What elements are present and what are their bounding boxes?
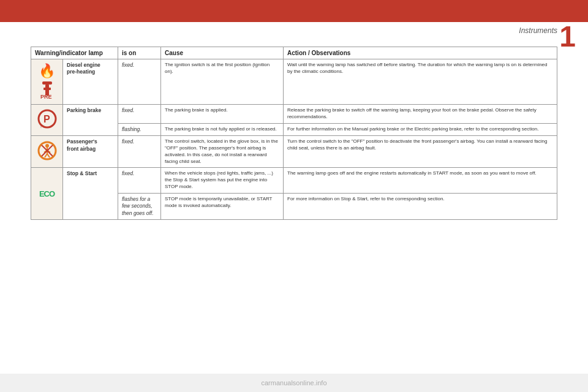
main-content: Warning/indicator lamp is on Cause Actio… xyxy=(0,42,588,225)
eco-c: C xyxy=(44,189,49,200)
lamp-icon-parking: P ! xyxy=(31,105,63,136)
cause-eco-1: When the vehicle stops (red lights, traf… xyxy=(161,168,284,193)
ison-parking-2: flashing. xyxy=(118,123,161,135)
footer: carmanualsonline.info xyxy=(0,374,588,392)
diesel-svg-icon: PRE xyxy=(37,80,57,100)
action-eco-1: The warning lamp goes off and the engine… xyxy=(284,168,557,193)
eco-icon: ECO xyxy=(39,189,55,200)
table-row: 🔥 PRE Diesel enginepre-heating fixed. Th… xyxy=(31,59,557,105)
lamp-name-parking: Parking brake xyxy=(63,105,118,124)
svg-text:!: ! xyxy=(40,124,42,129)
parking-brake-svg-icon: P ! xyxy=(37,108,58,129)
lamp-name-eco-2 xyxy=(63,193,118,219)
svg-text:PRE: PRE xyxy=(40,94,52,100)
ison-diesel-1: fixed. xyxy=(118,59,161,105)
table-row: ECO Stop & Start fixed. When the vehicle… xyxy=(31,168,557,193)
ison-airbag-1: fixed. xyxy=(118,136,161,168)
svg-rect-0 xyxy=(42,81,52,85)
lamp-name-airbag: Passenger'sfront airbag xyxy=(63,136,118,168)
cause-parking-1: The parking brake is applied. xyxy=(161,105,284,124)
action-parking-2: For further information on the Manual pa… xyxy=(284,123,557,135)
action-airbag-1: Turn the control switch to the "OFF" pos… xyxy=(284,136,557,168)
col-warning-lamp: Warning/indicator lamp xyxy=(31,47,118,59)
table-row: flashing. The parking brake is not fully… xyxy=(31,123,557,135)
ison-eco-1: fixed. xyxy=(118,168,161,193)
col-action: Action / Observations xyxy=(284,47,557,59)
svg-text:P: P xyxy=(43,114,50,124)
top-bar xyxy=(0,0,588,22)
svg-rect-2 xyxy=(43,88,51,90)
action-eco-2: For more information on Stop & Start, re… xyxy=(284,193,557,219)
lamp-name-eco: Stop & Start xyxy=(63,168,118,193)
col-is-on: is on xyxy=(118,47,161,59)
svg-line-13 xyxy=(47,154,50,157)
cause-diesel-1: The ignition switch is at the first posi… xyxy=(161,59,284,105)
cause-parking-2: The parking brake is not fully applied o… xyxy=(161,123,284,135)
ison-eco-2: flashes for a few seconds, then goes off… xyxy=(118,193,161,219)
diesel-icon: 🔥 xyxy=(39,62,55,80)
cause-airbag-1: The control switch, located in the glove… xyxy=(161,136,284,168)
chapter-number: 1 xyxy=(559,22,576,51)
warning-lamps-table: Warning/indicator lamp is on Cause Actio… xyxy=(31,47,557,220)
lamp-icon-eco: ECO xyxy=(31,168,63,220)
watermark-text: carmanualsonline.info xyxy=(261,379,326,386)
airbag-svg-icon xyxy=(37,140,58,161)
eco-e: E xyxy=(39,189,44,200)
col-cause: Cause xyxy=(161,47,284,59)
eco-o: O xyxy=(49,189,55,200)
svg-point-8 xyxy=(45,144,49,148)
lamp-name-parking-2 xyxy=(63,123,118,135)
ison-parking-1: fixed. xyxy=(118,105,161,124)
table-row: Passenger'sfront airbag fixed. The contr… xyxy=(31,136,557,168)
lamp-icon-diesel: 🔥 PRE xyxy=(31,59,63,105)
table-row: flashes for a few seconds, then goes off… xyxy=(31,193,557,219)
action-parking-1: Release the parking brake to switch off … xyxy=(284,105,557,124)
table-header-row: Warning/indicator lamp is on Cause Actio… xyxy=(31,47,557,59)
lamp-icon-airbag xyxy=(31,136,63,168)
section-label: Instruments xyxy=(519,26,557,35)
lamp-name-diesel: Diesel enginepre-heating xyxy=(63,59,118,105)
action-diesel-1: Wait until the warning lamp has switched… xyxy=(284,59,557,105)
table-row: P ! Parking brake fixed. The parking bra… xyxy=(31,105,557,124)
cause-eco-2: STOP mode is temporarily unavailable, or… xyxy=(161,193,284,219)
header: Instruments xyxy=(0,22,588,39)
